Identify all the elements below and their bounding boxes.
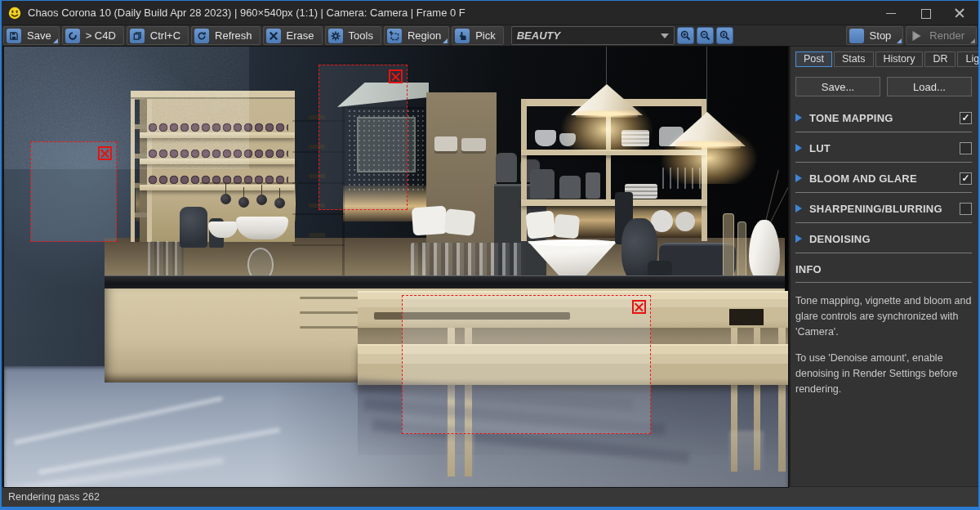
section-denoising-header[interactable]: DENOISING xyxy=(795,230,972,247)
section-tone-mapping-header[interactable]: TONE MAPPING ✓ xyxy=(795,110,972,126)
section-sharpening-blurring: SHARPENING/BLURRING xyxy=(795,200,972,223)
save-button[interactable]: Save xyxy=(3,26,60,45)
render-status-text: Rendering pass 262 xyxy=(8,491,100,503)
section-label: SHARPENING/BLURRING xyxy=(809,203,960,215)
save-button-label: Save xyxy=(27,29,51,42)
render-element-select[interactable]: BEAUTY xyxy=(511,26,675,45)
zoom-out-icon xyxy=(699,29,711,42)
render-region[interactable] xyxy=(318,65,408,210)
expander-icon[interactable] xyxy=(795,114,802,122)
expander-icon[interactable] xyxy=(795,144,802,152)
erase-button-label: Erase xyxy=(287,29,314,42)
tab-stats[interactable]: Stats xyxy=(834,51,874,67)
stop-button-label: Stop xyxy=(870,29,892,42)
pick-button[interactable]: Pick xyxy=(452,26,504,45)
zoom-reset-icon xyxy=(719,29,731,42)
region-close-icon[interactable] xyxy=(98,146,112,160)
section-label: TONE MAPPING xyxy=(809,112,960,124)
render-button-label: Render xyxy=(929,29,964,42)
copy-button[interactable]: Ctrl+C xyxy=(127,26,189,45)
dropdown-corner-icon xyxy=(970,38,975,43)
maximize-button[interactable] xyxy=(920,7,931,19)
info-title: INFO xyxy=(795,263,972,275)
info-paragraph: Tone mapping, vignette and bloom and gla… xyxy=(795,293,973,340)
region-marquee-icon xyxy=(387,29,402,43)
region-close-icon[interactable] xyxy=(389,69,403,83)
stop-square-icon xyxy=(849,29,864,43)
tab-post[interactable]: Post xyxy=(795,51,832,67)
tab-history[interactable]: History xyxy=(875,51,924,67)
zoom-reset-button[interactable] xyxy=(716,27,733,44)
corona-vfb-window: Chaos Corona 10 (Daily Build Apr 28 2023… xyxy=(0,0,980,510)
corona-ring-icon xyxy=(65,29,80,43)
load-settings-button[interactable]: Load... xyxy=(887,77,972,96)
erase-button[interactable]: Erase xyxy=(263,26,323,45)
render-button[interactable]: Render xyxy=(906,26,977,45)
section-bloom-glare-header[interactable]: BLOOM AND GLARE ✓ xyxy=(795,170,972,186)
status-bar: Rendering pass 262 xyxy=(2,486,978,507)
gear-icon xyxy=(328,29,343,43)
expander-icon[interactable] xyxy=(795,204,802,212)
section-lut: LUT xyxy=(795,140,972,163)
dropdown-corner-icon xyxy=(897,38,902,43)
refresh-button[interactable]: Refresh xyxy=(191,26,261,45)
section-bloom-glare: BLOOM AND GLARE ✓ xyxy=(795,170,972,193)
tone-mapping-checkbox[interactable]: ✓ xyxy=(960,112,972,124)
refresh-icon xyxy=(194,29,209,43)
title-bar[interactable]: Chaos Corona 10 (Daily Build Apr 28 2023… xyxy=(2,1,978,25)
minimize-button[interactable] xyxy=(885,7,897,19)
zoom-out-button[interactable] xyxy=(697,27,714,44)
region-button[interactable]: Region xyxy=(384,26,449,45)
region-button-label: Region xyxy=(408,29,441,42)
render-play-icon xyxy=(909,29,924,43)
render-region[interactable] xyxy=(30,141,117,242)
stop-button[interactable]: Stop xyxy=(846,26,904,45)
save-settings-button[interactable]: Save... xyxy=(795,77,880,96)
render-element-value: BEAUTY xyxy=(517,29,661,42)
sharpening-blurring-checkbox[interactable] xyxy=(960,203,972,215)
pick-button-label: Pick xyxy=(475,29,496,42)
vfb-toolbar: Save > C4D Ctrl+C Refresh Erase Tools Re… xyxy=(2,25,978,47)
section-label: BLOOM AND GLARE xyxy=(809,172,960,185)
dropdown-corner-icon xyxy=(53,38,58,43)
window-title: Chaos Corona 10 (Daily Build Apr 28 2023… xyxy=(28,7,466,19)
refresh-button-label: Refresh xyxy=(215,29,252,42)
section-denoising: DENOISING xyxy=(795,230,972,253)
section-lut-header[interactable]: LUT xyxy=(795,140,972,156)
chevron-down-icon xyxy=(661,34,669,38)
tools-button-label: Tools xyxy=(349,29,373,42)
tools-button[interactable]: Tools xyxy=(325,26,381,45)
close-button[interactable] xyxy=(954,7,965,19)
render-area xyxy=(2,47,791,486)
pick-hand-icon xyxy=(455,29,470,43)
section-sharpening-blurring-header[interactable]: SHARPENING/BLURRING xyxy=(795,200,972,217)
dropdown-corner-icon xyxy=(443,38,448,43)
tab-dr[interactable]: DR xyxy=(924,51,956,67)
send-to-c4d-label: > C4D xyxy=(86,29,116,42)
post-panel: Post Stats History DR LightMix Save... L… xyxy=(791,47,978,486)
zoom-in-button[interactable] xyxy=(677,27,694,44)
info-paragraph: To use 'Denoise amount', enable denoisin… xyxy=(795,351,973,397)
section-label: LUT xyxy=(809,142,960,154)
region-close-icon[interactable] xyxy=(632,300,646,314)
render-viewport[interactable] xyxy=(4,47,788,487)
render-regions-layer xyxy=(4,47,788,487)
corona-smiley-icon xyxy=(8,7,21,20)
render-region[interactable] xyxy=(402,295,651,434)
panel-tabs: Post Stats History DR LightMix xyxy=(795,51,972,67)
erase-x-icon xyxy=(266,29,281,43)
window-border xyxy=(2,507,978,510)
expander-icon[interactable] xyxy=(795,174,802,182)
tab-lightmix[interactable]: LightMix xyxy=(957,51,978,67)
send-to-c4d-button[interactable]: > C4D xyxy=(62,26,124,45)
copy-icon xyxy=(130,29,145,43)
zoom-in-icon xyxy=(679,29,692,42)
section-info: INFO xyxy=(795,261,972,283)
section-tone-mapping: TONE MAPPING ✓ xyxy=(795,110,972,132)
bloom-glare-checkbox[interactable]: ✓ xyxy=(960,172,972,185)
lut-checkbox[interactable] xyxy=(960,142,972,154)
floppy-icon xyxy=(7,29,21,43)
expander-icon[interactable] xyxy=(795,235,802,243)
copy-button-label: Ctrl+C xyxy=(150,29,180,42)
section-label: DENOISING xyxy=(809,233,972,245)
